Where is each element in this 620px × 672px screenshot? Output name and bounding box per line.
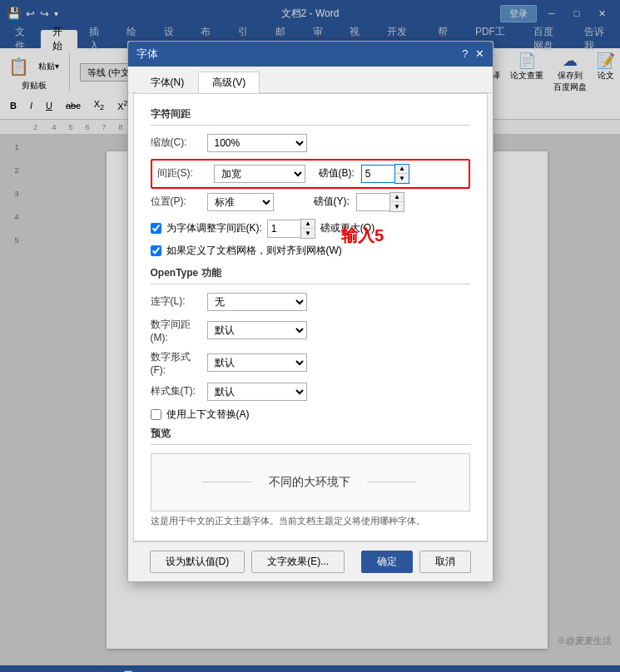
dialog-body: 字符间距 缩放(C): 100% 间距(S): 加宽 磅值(B): 5 xyxy=(133,93,488,541)
spacing-row: 间距(S): 加宽 磅值(B): 5 ▲ ▼ xyxy=(157,164,464,184)
scale-select[interactable]: 100% xyxy=(207,134,307,152)
num-form-row: 数字形式(F): 默认 xyxy=(151,350,470,376)
position-pounds-spinner: ▲ ▼ xyxy=(356,192,404,212)
dialog-footer: 设为默认值(D) 文字效果(E)... 确定 取消 xyxy=(133,541,488,581)
cancel-button[interactable]: 取消 xyxy=(419,551,471,573)
preview-box: 不同的大环境下 xyxy=(151,453,470,511)
pounds-spinner: 5 ▲ ▼ xyxy=(361,164,409,184)
opentype-section: OpenType 功能 连字(L): 无 数字间距(M): 默认 数字形式(F)… xyxy=(151,266,470,422)
num-spacing-label: 数字间距(M): xyxy=(151,318,201,343)
tab-font-basic[interactable]: 字体(N) xyxy=(136,72,199,93)
kerning-down-button[interactable]: ▼ xyxy=(301,229,315,238)
dialog-footer-right: 确定 取消 xyxy=(361,551,471,573)
pos-up-button[interactable]: ▲ xyxy=(390,193,404,202)
position-label: 位置(P): xyxy=(151,195,201,209)
tab-font-advanced[interactable]: 高级(V) xyxy=(198,72,260,93)
kerning-spinner-buttons: ▲ ▼ xyxy=(300,219,315,239)
pounds-down-button[interactable]: ▼ xyxy=(395,174,409,183)
kerning-label: 为字体调整字间距(K): xyxy=(166,221,262,235)
contextual-checkbox[interactable] xyxy=(151,409,161,420)
num-form-label: 数字形式(F): xyxy=(151,350,201,376)
text-effect-button[interactable]: 文字效果(E)... xyxy=(251,551,345,573)
position-row: 位置(P): 标准 磅值(Y): ▲ ▼ xyxy=(151,192,470,212)
position-select[interactable]: 标准 xyxy=(207,193,274,211)
dialog-title: 字体 xyxy=(136,47,158,62)
position-spinner-buttons: ▲ ▼ xyxy=(389,192,404,212)
kerning-spinner: ▲ ▼ xyxy=(267,219,315,239)
ok-button[interactable]: 确定 xyxy=(361,551,413,573)
kerning-up-button[interactable]: ▲ xyxy=(301,220,315,229)
spacing-highlighted-row: 间距(S): 加宽 磅值(B): 5 ▲ ▼ xyxy=(151,159,470,189)
pounds-up-button[interactable]: ▲ xyxy=(395,165,409,174)
num-spacing-select[interactable]: 默认 xyxy=(207,321,307,339)
pounds-input[interactable]: 5 xyxy=(361,165,394,183)
set-default-button[interactable]: 设为默认值(D) xyxy=(150,551,246,573)
scale-row: 缩放(C): 100% xyxy=(151,134,470,152)
dialog-tabs: 字体(N) 高级(V) xyxy=(128,67,493,93)
dialog-overlay: 字体 ? ✕ 字体(N) 高级(V) 字符间距 缩放(C): 100% xyxy=(0,0,620,672)
style-set-select[interactable]: 默认 xyxy=(207,383,307,401)
section-title-spacing: 字符间距 xyxy=(151,107,470,126)
scale-label: 缩放(C): xyxy=(151,136,201,150)
kerning-row: 为字体调整字间距(K): ▲ ▼ 磅或更大(O) xyxy=(151,219,470,239)
spacing-label: 间距(S): xyxy=(157,166,207,180)
kerning-input[interactable] xyxy=(267,220,300,238)
preview-text: 不同的大环境下 xyxy=(269,475,350,490)
num-form-select[interactable]: 默认 xyxy=(207,353,307,372)
grid-align-row: 如果定义了文档网格，则对齐到网格(W) xyxy=(151,244,470,258)
ligature-label: 连字(L): xyxy=(151,294,201,309)
dialog-help-icon[interactable]: ? xyxy=(462,47,468,60)
preview-section-title: 预览 xyxy=(151,427,470,445)
num-spacing-row: 数字间距(M): 默认 xyxy=(151,318,470,343)
pounds-b-label: 磅值(B): xyxy=(319,166,355,180)
grid-align-checkbox[interactable] xyxy=(151,245,161,256)
style-set-row: 样式集(T): 默认 xyxy=(151,383,470,401)
kerning-checkbox[interactable] xyxy=(151,223,161,234)
pos-down-button[interactable]: ▼ xyxy=(390,202,404,211)
preview-line-left xyxy=(202,482,252,482)
contextual-label: 使用上下文替换(A) xyxy=(166,408,250,422)
style-set-label: 样式集(T): xyxy=(151,384,201,398)
dialog-title-bar: 字体 ? ✕ xyxy=(128,42,493,67)
kerning-unit-label: 磅或更大(O) xyxy=(320,221,374,235)
ligature-row: 连字(L): 无 xyxy=(151,293,470,311)
font-dialog: 字体 ? ✕ 字体(N) 高级(V) 字符间距 缩放(C): 100% xyxy=(127,41,494,582)
grid-align-label: 如果定义了文档网格，则对齐到网格(W) xyxy=(166,244,342,258)
preview-line-right xyxy=(367,482,417,482)
spacing-select[interactable]: 加宽 xyxy=(214,165,305,183)
pounds-spinner-buttons: ▲ ▼ xyxy=(394,164,409,184)
position-pounds-label: 磅值(Y): xyxy=(314,195,350,209)
position-pounds-input[interactable] xyxy=(356,193,389,211)
preview-description: 这是用于中文的正文主题字体。当前文档主题定义将使用哪种字体。 xyxy=(151,515,470,527)
ligature-select[interactable]: 无 xyxy=(207,293,307,311)
contextual-row: 使用上下文替换(A) xyxy=(151,408,470,422)
opentype-title: OpenType 功能 xyxy=(151,266,470,284)
dialog-close-icon[interactable]: ✕ xyxy=(475,47,484,60)
